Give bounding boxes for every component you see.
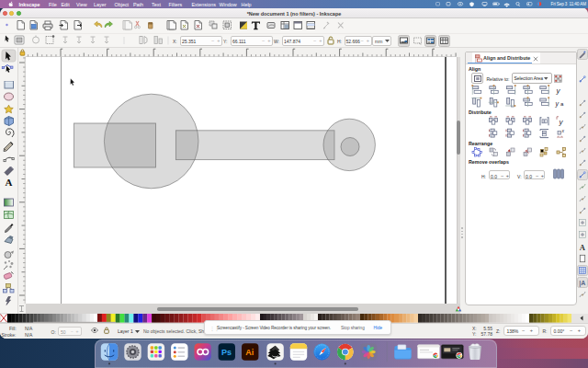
svg-text:Ai: Ai (245, 348, 254, 357)
svg-text:Ps: Ps (221, 348, 232, 357)
